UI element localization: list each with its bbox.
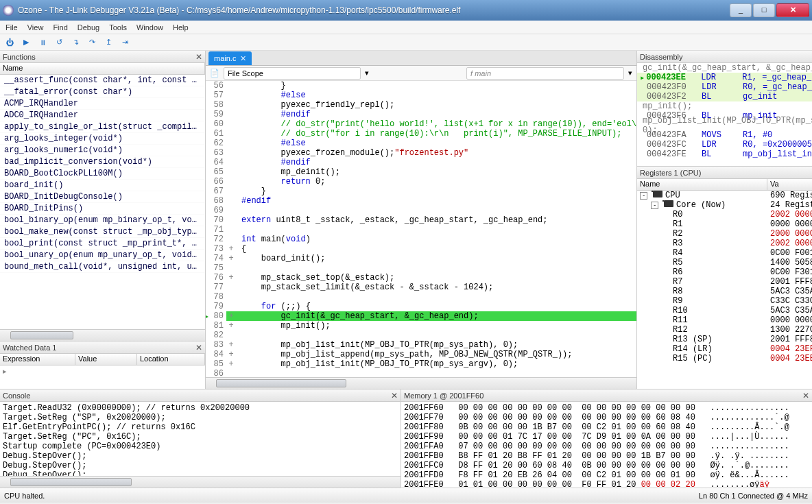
memory-row[interactable]: 2001FFD0 F8 FF 01 20 EB 26 04 00 00 C2 0… xyxy=(404,470,809,480)
source-line[interactable]: 59 #endif xyxy=(206,110,636,119)
function-item[interactable]: apply_to_single_or_list(struct _compiler… xyxy=(0,121,205,133)
source-line[interactable]: 86 xyxy=(206,369,636,377)
source-line[interactable]: 73+{ xyxy=(206,244,636,254)
function-item[interactable]: arg_looks_numeric(void*) xyxy=(0,145,205,156)
memory-view[interactable]: 2001FF60 00 00 00 00 00 00 00 00 00 00 0… xyxy=(401,402,812,488)
source-line[interactable]: 58 pyexec_friendly_repl(); xyxy=(206,100,636,110)
function-item[interactable]: bound_meth_call(void*, unsigned int, uns… xyxy=(0,261,205,273)
function-item[interactable]: __fatal_error(const char*) xyxy=(0,86,205,98)
step-out-icon[interactable]: ↥ xyxy=(103,37,114,48)
menu-debug[interactable]: Debug xyxy=(77,23,99,32)
source-line[interactable]: 79 for (;;) { xyxy=(206,302,636,311)
register-row[interactable]: R72001 FFF8 xyxy=(637,277,812,287)
register-row[interactable]: R10000 0000 xyxy=(637,219,812,229)
memory-row[interactable]: 2001FF60 00 00 00 00 00 00 00 00 00 00 0… xyxy=(404,403,809,413)
disasm-row[interactable]: mp_init(); xyxy=(637,101,812,111)
chevron-down-icon[interactable]: ▾ xyxy=(365,69,369,77)
source-line[interactable]: 62 #else xyxy=(206,139,636,148)
editor-hscroll[interactable] xyxy=(206,377,636,389)
memory-row[interactable]: 2001FFE0 01 01 00 00 00 00 00 00 F0 FF 0… xyxy=(404,480,809,488)
register-row[interactable]: R85AC3 C35A xyxy=(637,287,812,296)
source-line[interactable]: 63 pyexec_frozen_module();"frozentest.py… xyxy=(206,148,636,158)
source-line[interactable]: 72int main(void) xyxy=(206,235,636,244)
source-line[interactable]: 82 xyxy=(206,331,636,340)
close-icon[interactable]: ✕ xyxy=(802,391,809,400)
register-row[interactable]: R22000 000C xyxy=(637,229,812,239)
step-into-icon[interactable]: ↴ xyxy=(70,37,81,48)
function-item[interactable]: bool_make_new(const struct _mp_obj_type_… xyxy=(0,226,205,238)
disasm-row[interactable]: 000423F2BLgc_init xyxy=(637,92,812,101)
menu-find[interactable]: Find xyxy=(53,23,67,32)
reset-icon[interactable]: ↺ xyxy=(53,37,64,48)
source-line[interactable]: 84+ mp_obj_list_append(mp_sys_path, MP_O… xyxy=(206,350,636,359)
register-row[interactable]: R105AC3 C35A xyxy=(637,306,812,315)
function-item[interactable]: ACMP_IRQHandler xyxy=(0,98,205,110)
console-hscroll[interactable] xyxy=(0,476,401,488)
memory-row[interactable]: 2001FF70 00 00 00 00 00 00 00 00 00 00 0… xyxy=(404,413,809,422)
menu-file[interactable]: File xyxy=(5,23,18,32)
source-line[interactable]: 64 #endif xyxy=(206,158,636,167)
source-line[interactable]: 66 return 0; xyxy=(206,177,636,187)
register-row[interactable]: R15 (PC)0004 23EE xyxy=(637,354,812,363)
function-combo[interactable] xyxy=(466,67,624,80)
window-maximize-button[interactable]: □ xyxy=(753,3,775,17)
watched-empty-row[interactable]: ▸ xyxy=(0,365,205,377)
disasm-row[interactable]: ▸000423EELDRR1, =_gc_heap_end xyxy=(637,73,812,82)
menu-help[interactable]: Help xyxy=(173,23,189,32)
disasm-row[interactable]: 000423FCLDRR0, =0x20000054 xyxy=(637,140,812,149)
memory-row[interactable]: 2001FF80 0B 00 00 00 00 1B B7 00 00 C2 0… xyxy=(404,422,809,432)
source-line[interactable]: 68#endif xyxy=(206,196,636,206)
register-row[interactable]: R14 (LR)0004 23EF xyxy=(637,344,812,354)
register-row[interactable]: R110000 0000 xyxy=(637,315,812,325)
function-item[interactable]: BOARD_InitDebugConsole() xyxy=(0,191,205,203)
memory-row[interactable]: 2001FF90 00 00 00 01 7C 17 00 00 7C D9 0… xyxy=(404,432,809,442)
register-row[interactable]: R51400 5058 xyxy=(637,258,812,267)
source-line[interactable]: 65 mp_deinit(); xyxy=(206,167,636,177)
register-row[interactable]: R9C33C C33C xyxy=(637,296,812,306)
source-line[interactable]: 83+ mp_obj_list_init(MP_OBJ_TO_PTR(mp_sy… xyxy=(206,340,636,350)
register-row[interactable]: R02002 0000 xyxy=(637,210,812,219)
function-item[interactable]: bool_binary_op(enum mp_binary_op_t, void… xyxy=(0,215,205,226)
source-line[interactable]: 67 } xyxy=(206,187,636,196)
close-icon[interactable]: ✕ xyxy=(195,52,202,62)
register-row[interactable]: R40C00 F001 xyxy=(637,248,812,258)
play-icon[interactable]: ▶ xyxy=(21,37,32,48)
source-line[interactable]: 56 } xyxy=(206,81,636,91)
close-icon[interactable]: ✕ xyxy=(195,343,202,352)
chevron-down-icon[interactable]: ▾ xyxy=(628,69,632,77)
disasm-row[interactable]: 000423F0LDRR0, =_gc_heap_start xyxy=(637,82,812,92)
scope-combo[interactable] xyxy=(224,67,361,80)
memory-row[interactable]: 2001FFC0 D8 FF 01 20 00 60 08 40 0B 00 0… xyxy=(404,461,809,470)
memory-row[interactable]: 2001FFB0 B8 FF 01 20 B8 FF 01 20 00 00 0… xyxy=(404,451,809,461)
function-item[interactable]: BOARD_BootClockPLL100M() xyxy=(0,168,205,180)
functions-list[interactable]: __assert_func(const char*, int, const ch… xyxy=(0,75,205,329)
console-output[interactable]: Target.ReadU32 (0x00000000); // returns … xyxy=(0,402,401,476)
window-close-button[interactable]: ✕ xyxy=(776,3,809,17)
disasm-row[interactable]: 000423FEBLmp_obj_list_init xyxy=(637,149,812,159)
register-row[interactable]: R60C00 F301 xyxy=(637,267,812,277)
pause-icon[interactable]: ⏸ xyxy=(37,37,48,48)
register-row[interactable]: R32002 0000 xyxy=(637,239,812,248)
register-row[interactable]: R121300 227C xyxy=(637,325,812,335)
source-editor[interactable]: 56 }57 #else58 pyexec_friendly_repl();59… xyxy=(206,81,636,377)
power-icon[interactable]: ⏻ xyxy=(4,37,15,48)
source-line[interactable]: 76+ mp_stack_set_top(&_estack); xyxy=(206,273,636,283)
source-line[interactable]: 81+ mp_init(); xyxy=(206,321,636,331)
tab-main-c[interactable]: main.c ✕ xyxy=(208,51,252,65)
source-line[interactable]: 75 xyxy=(206,263,636,273)
source-line[interactable]: 61 // do_str("for i in range(10):\r\n pr… xyxy=(206,129,636,139)
source-line[interactable]: 57 #else xyxy=(206,91,636,100)
function-item[interactable]: board_init() xyxy=(0,180,205,191)
function-item[interactable]: bool_unary_op(enum mp_unary_op_t, void*) xyxy=(0,250,205,261)
function-item[interactable]: bool_print(const struct _mp_print_t*, vo… xyxy=(0,238,205,250)
disassembly-view[interactable]: gc_init(&_gc_heap_start, &_gc_heap_end);… xyxy=(637,63,812,166)
menu-window[interactable]: Window xyxy=(136,23,163,32)
source-line[interactable]: 71 xyxy=(206,225,636,235)
function-item[interactable]: ADC0_IRQHandler xyxy=(0,110,205,121)
source-line[interactable]: 74+ board_init(); xyxy=(206,254,636,263)
menu-tools[interactable]: Tools xyxy=(109,23,127,32)
menu-view[interactable]: View xyxy=(27,23,44,32)
source-line[interactable]: 78 xyxy=(206,292,636,302)
function-item[interactable]: bad_implicit_conversion(void*) xyxy=(0,156,205,168)
close-icon[interactable]: ✕ xyxy=(391,391,398,400)
